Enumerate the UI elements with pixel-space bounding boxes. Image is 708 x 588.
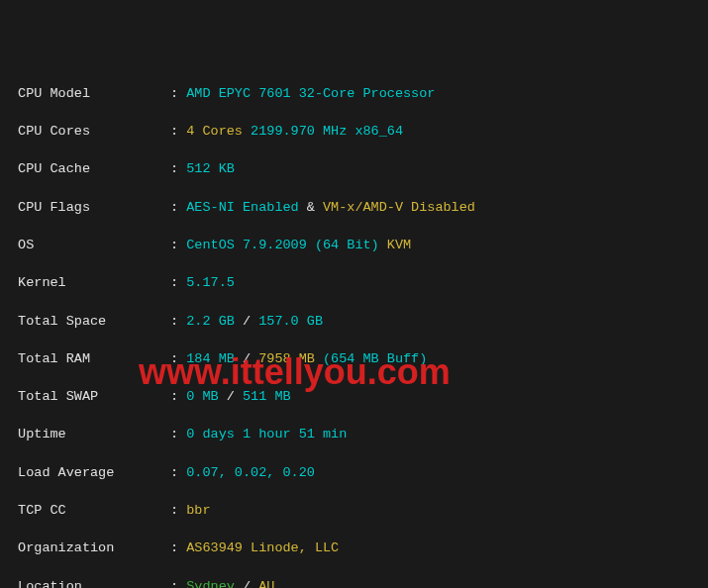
location-label: Location: [18, 579, 82, 588]
load-value: 0.07, 0.02, 0.20: [186, 465, 315, 480]
cpu-cores-freq: 2199.970 MHz x86_64: [251, 124, 403, 139]
os-row: OS : CentOS 7.9.2009 (64 Bit) KVM: [10, 236, 698, 254]
cpu-model-label: CPU Model: [18, 86, 90, 101]
cpu-cache-row: CPU Cache : 512 KB: [10, 159, 698, 178]
os-label: OS: [18, 238, 34, 252]
uptime-label: Uptime: [18, 427, 66, 441]
swap-row: Total SWAP : 0 MB / 511 MB: [10, 387, 698, 406]
cpu-flags-aes: AES-NI Enabled: [186, 200, 298, 215]
org-row: Organization : AS63949 Linode, LLC: [10, 539, 698, 557]
tcp-value: bbr: [186, 503, 210, 518]
tcp-row: TCP CC : bbr: [10, 501, 698, 520]
space-total: 157.0 GB: [258, 314, 323, 329]
swap-used: 0 MB: [186, 389, 218, 404]
load-row: Load Average : 0.07, 0.02, 0.20: [10, 463, 698, 482]
cpu-flags-label: CPU Flags: [18, 200, 90, 215]
cpu-cache-label: CPU Cache: [18, 161, 90, 176]
ram-label: Total RAM: [18, 351, 90, 366]
cpu-cache-value: 512 KB: [186, 161, 235, 176]
ram-total: 7958 MB: [258, 351, 315, 366]
uptime-value: 0 days 1 hour 51 min: [186, 427, 347, 441]
kernel-value: 5.17.5: [186, 275, 235, 290]
load-label: Load Average: [18, 465, 114, 480]
space-used: 2.2 GB: [186, 314, 235, 329]
kernel-label: Kernel: [18, 275, 66, 290]
ram-used: 184 MB: [186, 351, 235, 366]
os-virt: KVM: [387, 238, 411, 252]
kernel-row: Kernel : 5.17.5: [10, 273, 698, 292]
cpu-model-row: CPU Model : AMD EPYC 7601 32-Core Proces…: [10, 84, 698, 103]
ram-buff: (654 MB Buff): [315, 351, 427, 366]
swap-label: Total SWAP: [18, 389, 98, 404]
space-label: Total Space: [18, 314, 106, 329]
cpu-model-value: AMD EPYC 7601 32-Core Processor: [186, 86, 435, 101]
cpu-flags-vmx: VM-x/AMD-V Disabled: [323, 200, 475, 215]
uptime-row: Uptime : 0 days 1 hour 51 min: [10, 425, 698, 443]
location-row: Location : Sydney / AU: [10, 577, 698, 588]
cpu-cores-label: CPU Cores: [18, 124, 90, 139]
cpu-flags-row: CPU Flags : AES-NI Enabled & VM-x/AMD-V …: [10, 198, 698, 217]
ram-row: Total RAM : 184 MB / 7958 MB (654 MB Buf…: [10, 349, 698, 368]
cpu-cores-count: 4 Cores: [186, 124, 243, 139]
location-country: AU: [258, 579, 274, 588]
swap-total: 511 MB: [243, 389, 291, 404]
tcp-label: TCP CC: [18, 503, 66, 518]
space-row: Total Space : 2.2 GB / 157.0 GB: [10, 312, 698, 331]
cpu-cores-row: CPU Cores : 4 Cores 2199.970 MHz x86_64: [10, 122, 698, 141]
org-value: AS63949 Linode, LLC: [186, 540, 339, 555]
location-city: Sydney: [186, 579, 235, 588]
os-value: CentOS 7.9.2009 (64 Bit): [186, 238, 378, 252]
org-label: Organization: [18, 540, 114, 555]
